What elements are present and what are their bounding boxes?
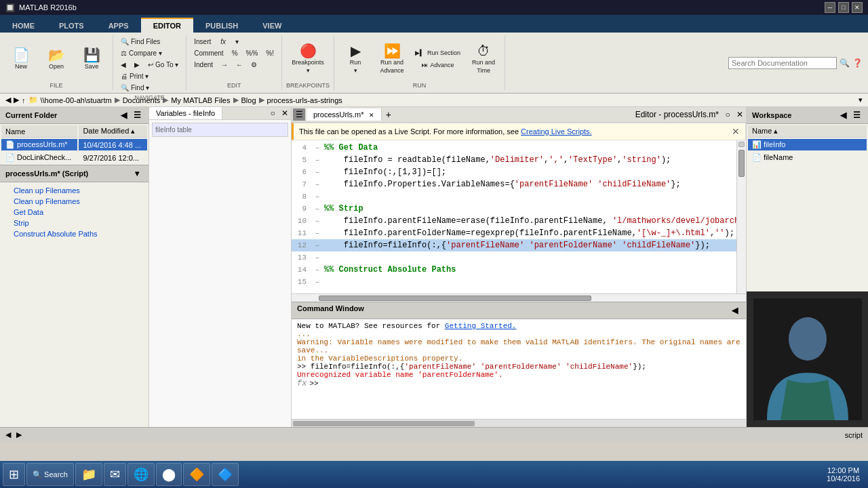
tab-editor[interactable]: EDITOR [141, 18, 193, 33]
back-button[interactable]: ◀ [117, 60, 130, 70]
nav-item-cleanup-filenames[interactable]: Clean up Filenames [5, 185, 143, 196]
nav-item-strip[interactable]: Strip [5, 218, 143, 228]
taskbar-matlab[interactable]: 🔶 [183, 463, 210, 486]
file-date: 9/27/2016 12:0... [79, 152, 147, 163]
status-nav-back[interactable]: ◀ [5, 430, 11, 439]
fx-button[interactable]: fx [217, 37, 229, 47]
forward-button[interactable]: ▶ [131, 60, 143, 70]
indent-opt[interactable]: ⚙ [248, 60, 260, 70]
command-window-expand[interactable]: ◀ [728, 304, 741, 317]
tab-view[interactable]: VIEW [250, 18, 294, 33]
breadcrumb-item-3[interactable]: Blog [241, 96, 256, 104]
editor-close[interactable]: ✕ [734, 108, 746, 121]
workspace-row-fileinfo[interactable]: 📊 fileInfo [748, 139, 867, 150]
taskbar-chrome[interactable]: ⬤ [156, 463, 182, 486]
goto-button[interactable]: ↩ Go To ▾ [144, 60, 182, 70]
variables-close[interactable]: ✕ [279, 107, 291, 119]
tab-apps[interactable]: APPS [96, 18, 141, 33]
search-icon[interactable]: 🔍 [840, 58, 850, 68]
tab-plots[interactable]: PLOTS [47, 18, 96, 33]
compare-button[interactable]: ⚖ Compare ▾ [117, 48, 165, 58]
open-button[interactable]: 📂 Open [39, 46, 73, 72]
cmd-scrollbar-h[interactable] [292, 419, 746, 427]
getting-started-link[interactable]: Getting Started. [445, 322, 517, 330]
variables-tab[interactable]: Variables - fileInfo [149, 107, 222, 119]
editor-scrollbar-h[interactable] [292, 293, 746, 302]
pct2-button[interactable]: %% [243, 48, 262, 58]
indent-dropdown[interactable]: ▾ [232, 37, 242, 47]
run-advance-icon: ⏩ [384, 44, 401, 58]
col-date[interactable]: Date Modified ▴ [79, 125, 147, 138]
command-window-content[interactable]: New to MATLAB? See resources for Getting… [292, 319, 746, 419]
col-name[interactable]: Name [1, 125, 77, 138]
breadcrumb-item-4[interactable]: process-urls-as-strings [267, 96, 342, 104]
taskbar-file-explorer[interactable]: 📁 [75, 463, 102, 486]
taskbar-matlab2[interactable]: 🔷 [212, 463, 239, 486]
taskbar-ie[interactable]: 🌐 [127, 463, 155, 486]
new-button[interactable]: 📄 New [4, 46, 38, 72]
save-button[interactable]: 💾 Save [75, 46, 108, 72]
editor-tab-main[interactable]: processUrls.m* ✕ [307, 108, 382, 121]
workspace-row-filename[interactable]: 📄 fileName [748, 152, 867, 163]
workspace-minimize[interactable]: ◀ [837, 109, 849, 121]
editor-menu-icon[interactable]: ☰ [293, 108, 305, 121]
workspace-col-name[interactable]: Name ▴ [748, 125, 867, 138]
run-button[interactable]: ▶ Run ▾ [338, 42, 372, 76]
script-nav-toggle[interactable]: ▾ [131, 167, 143, 180]
advance-button[interactable]: ⏭ Advance [412, 60, 464, 70]
taskbar-start[interactable]: ⊞ [3, 463, 25, 486]
nav-back[interactable]: ◀ [5, 96, 11, 104]
editor-tab-close[interactable]: ✕ [369, 112, 374, 119]
nav-item-get-data[interactable]: Get Data [5, 207, 143, 218]
new-tab-button[interactable]: + [382, 107, 395, 122]
comment2-button[interactable]: %! [262, 48, 277, 58]
breadcrumb-item-2[interactable]: My MATLAB Files [171, 96, 230, 104]
indent-button[interactable]: Indent [191, 60, 216, 70]
insert-button[interactable]: Insert [191, 37, 214, 47]
info-link[interactable]: Creating Live Scripts. [521, 127, 592, 136]
search-input[interactable] [728, 57, 837, 69]
breadcrumb-folder-icon: 📁 [28, 96, 38, 104]
workspace-title: Workspace [752, 111, 792, 119]
script-nav: Clean up Filenames Clean up Filenames Ge… [0, 182, 149, 242]
help-icon[interactable]: ❓ [852, 58, 863, 68]
nav-item-cleanup-filenames2[interactable]: Clean up Filenames [5, 196, 143, 207]
comment-button[interactable]: Comment [191, 48, 226, 58]
nav-item-construct[interactable]: Construct Absolute Paths [5, 228, 143, 239]
file-row[interactable]: 📄 processUrls.m* 10/4/2016 4:48 ... [1, 139, 147, 150]
indent-less[interactable]: ← [233, 60, 246, 70]
run-advance-button[interactable]: ⏩ Run and Advance [375, 42, 409, 76]
minimize-button[interactable]: ─ [825, 2, 835, 13]
variables-minimize[interactable]: ○ [267, 107, 279, 119]
file-name: 📄 processUrls.m* [1, 139, 77, 150]
tab-publish[interactable]: PUBLISH [193, 18, 250, 33]
pct-button[interactable]: % [229, 48, 241, 58]
editor-minimize[interactable]: ○ [722, 108, 734, 121]
breadcrumb-item-0[interactable]: \\home-00-ah\stuartm [41, 96, 112, 104]
editor-scrollbar-v[interactable] [736, 140, 746, 293]
file-row[interactable]: 📄 DocLinkCheck... 9/27/2016 12:0... [1, 152, 147, 163]
breadcrumb-dropdown[interactable]: ▾ [859, 96, 863, 104]
taskbar-outlook[interactable]: ✉ [104, 463, 126, 486]
taskbar-search[interactable]: 🔍 Search [26, 463, 74, 486]
close-button[interactable]: ✕ [852, 2, 863, 13]
maximize-button[interactable]: □ [838, 2, 849, 13]
run-section-button[interactable]: ▶▍ Run Section [412, 47, 464, 58]
current-folder-minimize[interactable]: ◀ [117, 109, 130, 121]
run-time-button[interactable]: ⏱ Run and Time [467, 42, 500, 76]
nav-forward[interactable]: ▶ [14, 96, 19, 104]
find-button[interactable]: 🔍 Find ▾ [117, 83, 153, 93]
indent-more[interactable]: → [218, 60, 231, 70]
status-text: script [845, 431, 863, 439]
current-folder-options[interactable]: ☰ [131, 109, 143, 121]
breadcrumb-item-1[interactable]: Documents [123, 96, 161, 104]
find-files-button[interactable]: 🔍 Find Files [117, 37, 163, 47]
tab-home[interactable]: HOME [0, 18, 47, 33]
workspace-options[interactable]: ☰ [850, 109, 863, 121]
print-button[interactable]: 🖨 Print ▾ [117, 71, 152, 81]
workspace-header: Workspace ◀ ☰ [747, 107, 868, 124]
nav-up[interactable]: ↑ [22, 96, 26, 104]
breakpoints-button[interactable]: 🔴 Breakpoints ▾ [288, 42, 328, 76]
status-nav-forward[interactable]: ▶ [16, 430, 22, 439]
info-close-button[interactable]: ✕ [732, 126, 740, 137]
